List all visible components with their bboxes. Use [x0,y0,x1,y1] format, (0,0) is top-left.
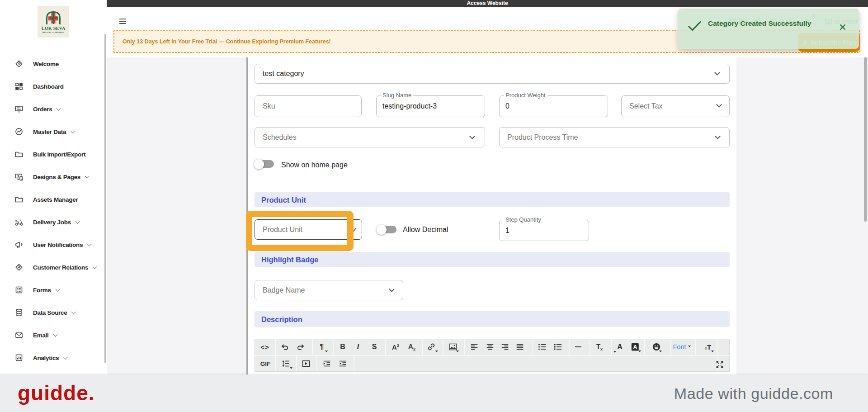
svg-text:MEDICAL & GENERAL: MEDICAL & GENERAL [42,32,64,33]
svg-text:LOK SEVA: LOK SEVA [42,26,66,31]
